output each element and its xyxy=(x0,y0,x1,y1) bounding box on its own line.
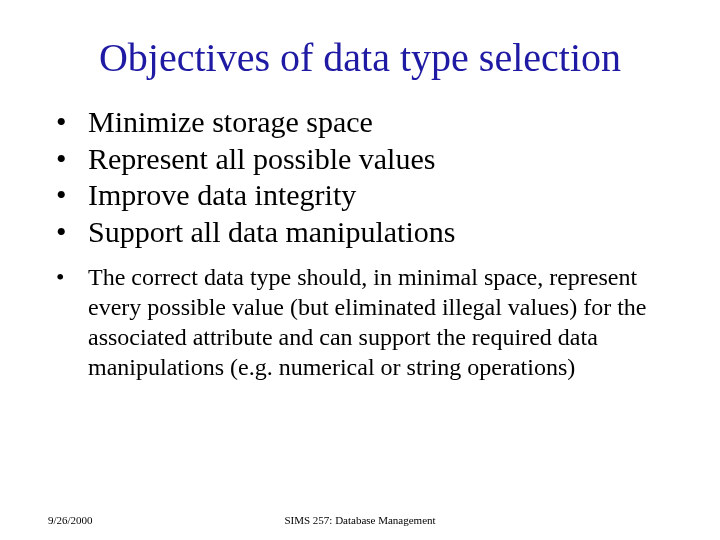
bullet-item: Minimize storage space xyxy=(48,104,672,141)
bullet-item: Support all data manipulations xyxy=(48,214,672,251)
sub-bullet-list: The correct data type should, in minimal… xyxy=(48,262,672,382)
slide-title: Objectives of data type selection xyxy=(0,0,720,88)
footer-course: SIMS 257: Database Management xyxy=(0,514,720,526)
main-bullet-list: Minimize storage space Represent all pos… xyxy=(48,104,672,250)
bullet-item: Represent all possible values xyxy=(48,141,672,178)
bullet-item: The correct data type should, in minimal… xyxy=(48,262,672,382)
bullet-item: Improve data integrity xyxy=(48,177,672,214)
slide: Objectives of data type selection Minimi… xyxy=(0,0,720,540)
slide-body: Minimize storage space Represent all pos… xyxy=(0,88,720,382)
